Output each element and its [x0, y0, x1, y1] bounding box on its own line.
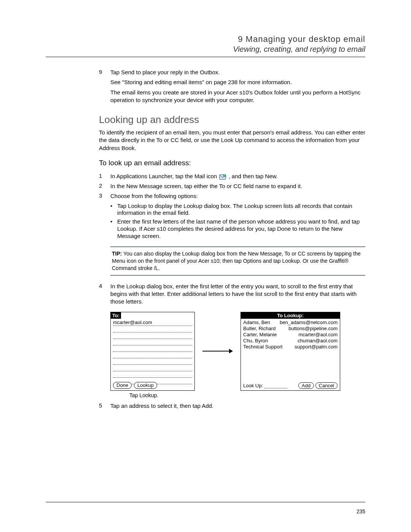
to-screen-buttons: Done Lookup: [113, 382, 157, 389]
to-field-area: mcarter@aol.com: [111, 319, 194, 384]
step-1-text-a: In Applications Launcher, tap the Mail i…: [110, 173, 218, 179]
lookup-row[interactable]: Adams, Benben_adams@netcom.com: [243, 320, 338, 326]
step-3: 3 Choose from the following options:: [99, 192, 365, 200]
tip-label: TIP:: [112, 251, 122, 257]
page-number: 235: [357, 508, 365, 514]
step-number: 4: [99, 283, 110, 306]
lookup-name: Chu, Byron: [243, 338, 268, 344]
bullet-marker: •: [110, 203, 117, 217]
lookup-row[interactable]: Butler, Richardbuttons@pipeline.com: [243, 326, 338, 332]
to-field-line[interactable]: [113, 339, 192, 345]
tip-text: You can also display the Lookup dialog b…: [112, 251, 360, 271]
to-field-line[interactable]: [113, 326, 192, 332]
svg-point-1: [223, 174, 226, 177]
chapter-subtitle: Viewing, creating, and replying to email: [46, 45, 365, 54]
done-button[interactable]: Done: [113, 382, 132, 389]
svg-marker-3: [229, 349, 233, 353]
step-number: 3: [99, 192, 110, 200]
lookup-row[interactable]: Technical Supportsupport@palm.com: [243, 344, 338, 350]
step-4: 4 In the Lookup dialog box, enter the fi…: [99, 283, 365, 306]
step-text: Tap an address to select it, then tap Ad…: [110, 402, 365, 410]
figure-row: To: mcarter@aol.com Done Lookup: [110, 312, 365, 391]
lookup-name: Technical Support: [243, 344, 282, 350]
lookup-buttons: Add Cancel: [298, 383, 338, 389]
lookup-email: support@palm.com: [295, 344, 338, 350]
step-number: 2: [99, 182, 110, 190]
step-number: 1: [99, 173, 110, 180]
lookup-email: chuman@aol.com: [298, 338, 338, 344]
lookup-label: Look Up:: [243, 383, 287, 388]
lookup-name: Adams, Ben: [243, 320, 270, 326]
to-screen-header: To:: [111, 312, 121, 319]
page-header: 9 Managing your desktop email Viewing, c…: [46, 34, 365, 54]
to-field-line[interactable]: [113, 332, 192, 339]
section-intro: To identify the recipient of an email it…: [99, 129, 365, 152]
header-rule: [46, 57, 365, 57]
to-field-line[interactable]: [113, 352, 192, 358]
step-number: 9: [99, 69, 110, 76]
lookup-email: ben_adams@netcom.com: [280, 320, 338, 326]
step-text: Choose from the following options:: [110, 192, 365, 200]
lookup-button[interactable]: Lookup: [134, 382, 157, 389]
to-field-line[interactable]: [113, 345, 192, 352]
lookup-email: mcarter@aol.com: [298, 332, 338, 338]
step-1-text-b: , and then tap New.: [229, 173, 278, 179]
chapter-title: 9 Managing your desktop email: [46, 34, 365, 44]
to-field-line[interactable]: [113, 365, 192, 371]
cross-ref: See "Storing and editing email items" on…: [110, 78, 365, 86]
step-text: In the Lookup dialog box, enter the firs…: [110, 283, 365, 306]
mail-icon: [219, 174, 226, 179]
lookup-input[interactable]: [264, 383, 287, 388]
to-field-line[interactable]: [113, 358, 192, 365]
step-5: 5 Tap an address to select it, then tap …: [99, 402, 365, 410]
bullet-text: Enter the first few letters of the last …: [117, 218, 365, 240]
step-text: Tap Send to place your reply in the Outb…: [110, 69, 365, 76]
bullet-2: • Enter the first few letters of the las…: [110, 218, 365, 240]
page-content: 9 Tap Send to place your reply in the Ou…: [99, 69, 365, 410]
lookup-screen-header: To Lookup:: [241, 312, 340, 319]
figure-caption: Tap Lookup.: [129, 392, 365, 398]
lookup-label-text: Look Up:: [243, 383, 263, 388]
to-field-line[interactable]: [113, 371, 192, 378]
step-1: 1 In Applications Launcher, tap the Mail…: [99, 173, 365, 180]
step-text: In the New Message screen, tap either th…: [110, 182, 365, 190]
cancel-button[interactable]: Cancel: [315, 382, 338, 389]
lookup-screen: To Lookup: Adams, Benben_adams@netcom.co…: [241, 312, 340, 391]
lookup-list: Adams, Benben_adams@netcom.com Butler, R…: [241, 319, 340, 351]
outbox-note: The email items you create are stored in…: [110, 89, 365, 104]
to-screen: To: mcarter@aol.com Done Lookup: [110, 312, 195, 391]
lookup-name: Butler, Richard: [243, 326, 276, 332]
tip-box: TIP: You can also display the Lookup dia…: [110, 246, 365, 276]
to-field-line[interactable]: mcarter@aol.com: [113, 320, 192, 326]
step-text: In Applications Launcher, tap the Mail i…: [110, 173, 365, 180]
bullet-text: Tap Lookup to display the Lookup dialog …: [117, 203, 365, 217]
step-2: 2 In the New Message screen, tap either …: [99, 182, 365, 190]
bullet-1: • Tap Lookup to display the Lookup dialo…: [110, 203, 365, 217]
step-number: 5: [99, 402, 110, 410]
section-heading: Looking up an address: [99, 114, 365, 126]
arrow-icon: [202, 347, 233, 355]
bullet-marker: •: [110, 218, 117, 240]
manual-page: 9 Managing your desktop email Viewing, c…: [0, 0, 411, 532]
footer-rule: [46, 502, 365, 502]
lookup-name: Carter, Melanie: [243, 332, 277, 338]
lookup-row[interactable]: Carter, Melaniemcarter@aol.com: [243, 332, 338, 338]
procedure-heading: To look up an email address:: [99, 159, 365, 167]
add-button[interactable]: Add: [298, 382, 314, 389]
lookup-email: buttons@pipeline.com: [288, 326, 338, 332]
lookup-row[interactable]: Chu, Byronchuman@aol.com: [243, 338, 338, 344]
step-9: 9 Tap Send to place your reply in the Ou…: [99, 69, 365, 76]
lookup-bottom-bar: Look Up: Add Cancel: [243, 383, 338, 389]
